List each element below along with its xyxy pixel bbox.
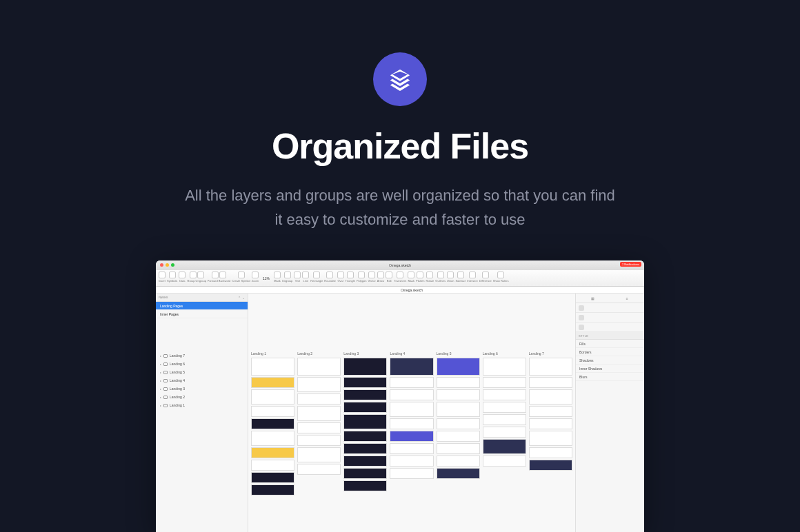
toolbar-label: Flatten (416, 279, 424, 283)
inspector-prototype-row[interactable] (576, 313, 644, 323)
toolbar-button[interactable] (368, 272, 375, 278)
artboard-landing-6[interactable]: Landing 6 (483, 351, 526, 495)
page-section (390, 468, 433, 479)
layers-sidebar: PAGES ⌃ ⌄ Landing PagesInner Pages Landi… (156, 294, 248, 532)
toolbar-button[interactable] (417, 272, 423, 278)
inspector-tab-align[interactable]: ▦ (576, 294, 610, 303)
inspector-settings-row[interactable] (576, 323, 644, 332)
canvas-titlebar: Omega.sketch (156, 287, 644, 294)
toolbar-button[interactable] (197, 272, 204, 278)
artboard-landing-7[interactable]: Landing 7 (529, 351, 572, 495)
layer-item-landing-4[interactable]: Landing 4 (156, 376, 248, 385)
toolbar-button[interactable] (219, 272, 226, 278)
artboard-landing-1[interactable]: Landing 1 (251, 351, 294, 495)
toolbar-button[interactable] (313, 272, 320, 278)
toolbar-button[interactable] (337, 272, 344, 278)
toolbar-button[interactable] (469, 272, 476, 278)
window-close-button[interactable] (160, 263, 163, 267)
window-traffic-lights (160, 263, 174, 267)
layer-item-landing-1[interactable]: Landing 1 (156, 401, 248, 409)
layer-item-landing-2[interactable]: Landing 2 (156, 393, 248, 401)
toolbar-button[interactable] (252, 272, 259, 278)
toolbar-label: Forward Backward (208, 279, 230, 283)
page-section (529, 377, 572, 388)
inspector-prop-blurs[interactable]: Blurs (576, 373, 644, 381)
toolbar-button[interactable] (302, 272, 309, 278)
page-section (437, 389, 480, 400)
pages-collapse-icon[interactable]: ⌃ (238, 296, 241, 300)
artboard-landing-5[interactable]: Landing 5 (437, 351, 480, 495)
toolbar-button[interactable] (274, 272, 281, 278)
window-title: Omega.sketch (389, 263, 411, 267)
toolbar-button[interactable] (482, 272, 489, 278)
toolbar-button[interactable] (377, 272, 384, 278)
inspector-prop-borders[interactable]: Borders (576, 348, 644, 356)
window-minimize-button[interactable] (166, 263, 169, 267)
canvas-area[interactable]: Landing 1Landing 2Landing 3Landing 4Land… (248, 294, 575, 532)
toolbar-group-rotate: Rotate (426, 272, 434, 283)
layer-item-landing-5[interactable]: Landing 5 (156, 368, 248, 376)
toolbar-button[interactable] (447, 272, 454, 278)
page-section (343, 431, 387, 442)
artboard-landing-4[interactable]: Landing 4 (390, 351, 433, 495)
toolbar-button[interactable] (437, 272, 444, 278)
notification-badge[interactable]: 2 Notifications (620, 262, 641, 267)
toolbar-label: Insert (159, 279, 166, 283)
layer-label: Landing 4 (170, 378, 185, 382)
page-section (437, 402, 480, 417)
inspector-prop-inner-shadows[interactable]: Inner Shadows (576, 365, 644, 373)
layer-item-landing-3[interactable]: Landing 3 (156, 385, 248, 393)
page-section (297, 358, 341, 376)
page-section (437, 377, 480, 388)
layer-item-landing-7[interactable]: Landing 7 (156, 351, 248, 360)
window-maximize-button[interactable] (171, 263, 174, 267)
toolbar-group-rounded: Rounded (324, 272, 335, 283)
page-section (437, 468, 480, 479)
toolbar-group-edit: Edit (386, 272, 392, 283)
artboard-landing-2[interactable]: Landing 2 (297, 351, 341, 495)
page-section (343, 414, 387, 429)
inspector-tab-distribute[interactable]: ≡ (610, 294, 645, 303)
inspector-prop-fills[interactable]: Fills (576, 340, 644, 348)
toolbar-button[interactable] (358, 272, 365, 278)
toolbar-label: Rectangle (310, 279, 323, 283)
toolbar-button[interactable] (347, 272, 354, 278)
page-section (251, 460, 294, 471)
page-section (297, 422, 341, 433)
page-item-inner-pages[interactable]: Inner Pages (156, 310, 248, 318)
page-section (251, 472, 294, 483)
page-section (529, 406, 572, 417)
toolbar-label: Difference (479, 279, 492, 283)
toolbar-button[interactable] (284, 272, 291, 278)
toolbar-button[interactable] (212, 272, 219, 278)
inspector-prop-shadows[interactable]: Shadows (576, 356, 644, 365)
toolbar: InsertSymbolsDataGroup UngroupForward Ba… (156, 270, 644, 287)
page-section (390, 431, 433, 442)
toolbar-button[interactable] (497, 272, 504, 278)
artboard-label: Landing 7 (529, 351, 572, 356)
toolbar-button[interactable] (294, 272, 301, 278)
page-item-landing-pages[interactable]: Landing Pages (156, 302, 248, 310)
toolbar-label: Transform (394, 279, 406, 283)
page-section (251, 406, 294, 417)
toolbar-label: Rotate (426, 279, 434, 283)
toolbar-zoom-value[interactable]: 11% (260, 276, 272, 280)
toolbar-button[interactable] (457, 272, 464, 278)
toolbar-button[interactable] (386, 272, 392, 278)
toolbar-button[interactable] (426, 272, 433, 278)
toolbar-button[interactable] (179, 272, 186, 278)
toolbar-button[interactable] (159, 272, 166, 278)
toolbar-button[interactable] (326, 272, 333, 278)
artboard-label: Landing 1 (251, 351, 294, 356)
toolbar-button[interactable] (190, 272, 197, 278)
toolbar-button[interactable] (397, 272, 403, 278)
inspector-export-row[interactable] (576, 303, 644, 313)
pages-expand-icon[interactable]: ⌄ (242, 296, 245, 300)
artboard-icon (163, 387, 168, 391)
layer-item-landing-6[interactable]: Landing 6 (156, 360, 248, 368)
toolbar-button[interactable] (238, 272, 245, 278)
toolbar-button[interactable] (408, 272, 414, 278)
artboard-landing-3[interactable]: Landing 3 (343, 351, 387, 495)
toolbar-label: Create Symbol (232, 279, 250, 283)
toolbar-button[interactable] (169, 272, 176, 278)
